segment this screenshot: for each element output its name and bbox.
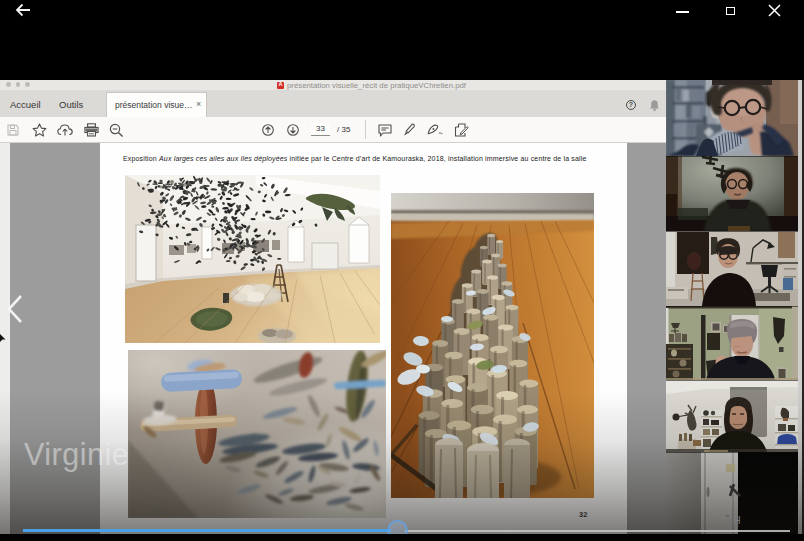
svg-text:H: H xyxy=(733,514,741,526)
